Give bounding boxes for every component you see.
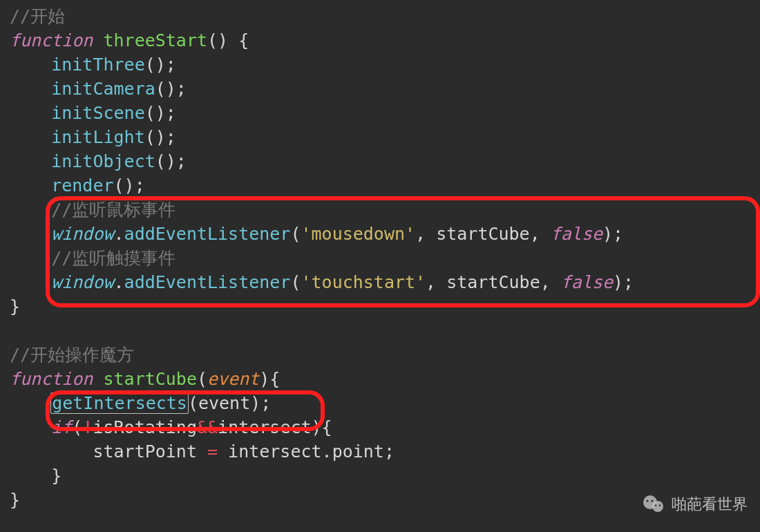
boolean: false — [551, 224, 602, 244]
string: 'touchstart' — [301, 272, 426, 292]
code-editor[interactable]: //开始 function threeStart() { initThree()… — [0, 0, 760, 532]
punct: ){ — [259, 369, 280, 389]
parameter: event — [207, 369, 259, 389]
punct: . — [322, 441, 332, 462]
operator-not: ! — [82, 417, 93, 437]
operator-assign: = — [197, 441, 228, 462]
punct: () { — [207, 30, 249, 50]
punct: (); — [155, 79, 187, 99]
identifier-window: window — [51, 272, 113, 292]
call-selected: getIntersects — [52, 393, 187, 413]
call: initObject — [51, 151, 155, 171]
identifier: startPoint — [93, 441, 197, 462]
punct: (); — [145, 55, 176, 75]
punct: } — [51, 466, 61, 486]
identifier: point — [332, 441, 384, 462]
call: addEventListener — [124, 272, 291, 292]
punct: (); — [145, 127, 176, 147]
svg-point-4 — [655, 504, 657, 506]
function-name: startCube — [103, 369, 196, 389]
punct: ( — [72, 417, 82, 437]
call: initThree — [51, 55, 144, 75]
identifier: intersect — [218, 417, 311, 437]
call: addEventListener — [124, 224, 291, 244]
call: initScene — [51, 103, 144, 123]
comment: //开始 — [10, 6, 65, 26]
svg-point-2 — [646, 500, 648, 502]
identifier-window: window — [51, 224, 113, 244]
punct: (); — [145, 103, 176, 123]
keyword-function: function — [10, 30, 93, 50]
punct: ( — [290, 272, 301, 292]
svg-point-1 — [652, 501, 663, 512]
punct: ; — [384, 441, 395, 462]
identifier: startCube — [436, 224, 529, 244]
punct: , — [530, 224, 551, 244]
comment: //监听鼠标事件 — [51, 200, 175, 220]
identifier: isRotating — [93, 417, 197, 437]
punct: ); — [613, 272, 634, 292]
watermark-text: 啪葩看世界 — [672, 494, 748, 515]
punct: ); — [250, 393, 271, 413]
punct: . — [114, 224, 124, 244]
keyword-if: if — [51, 417, 72, 437]
code-block[interactable]: //开始 function threeStart() { initThree()… — [10, 4, 760, 512]
punct: } — [10, 296, 20, 316]
keyword-function: function — [10, 369, 93, 389]
punct: ( — [290, 224, 301, 244]
punct: ); — [602, 224, 623, 244]
punct: (); — [114, 175, 145, 196]
operator-and: && — [197, 417, 218, 437]
punct: (); — [155, 151, 187, 171]
punct: ( — [188, 393, 198, 413]
punct: , — [540, 272, 561, 292]
comment: //监听触摸事件 — [51, 248, 175, 268]
call: initLight — [51, 127, 144, 147]
call: render — [51, 175, 113, 196]
function-name: threeStart — [103, 30, 207, 50]
punct: ){ — [312, 417, 332, 437]
boolean: false — [561, 272, 613, 292]
svg-point-5 — [659, 504, 661, 506]
punct: , — [426, 272, 446, 292]
punct: } — [10, 490, 20, 510]
punct: . — [114, 272, 124, 292]
identifier: intersect — [228, 441, 321, 462]
punct: ( — [197, 369, 207, 389]
string: 'mousedown' — [301, 224, 415, 244]
wechat-icon — [641, 492, 666, 517]
punct: , — [415, 224, 436, 244]
svg-point-3 — [651, 500, 653, 502]
call: initCamera — [51, 79, 155, 99]
comment: //开始操作魔方 — [10, 345, 134, 365]
watermark: 啪葩看世界 — [641, 492, 748, 517]
identifier: event — [198, 393, 250, 413]
identifier: startCube — [446, 272, 540, 292]
